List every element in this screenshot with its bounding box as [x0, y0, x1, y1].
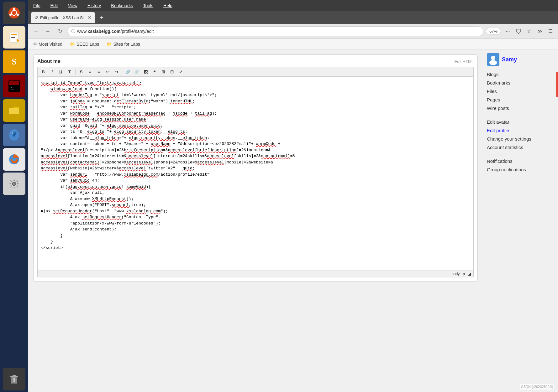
svg-point-19: [12, 157, 16, 161]
action-change-settings[interactable]: Change your settings: [487, 135, 554, 143]
toolbar-unlink[interactable]: 🔗: [133, 68, 140, 75]
toolbar-italic[interactable]: I: [48, 68, 56, 75]
scroll-thumb[interactable]: [556, 72, 558, 97]
toolbar-list2[interactable]: ≡: [95, 68, 103, 75]
files-icon[interactable]: [3, 99, 25, 122]
toolbar-quote[interactable]: ❝: [150, 68, 158, 75]
footer-resize-handle[interactable]: ◢: [468, 272, 471, 276]
svg-rect-25: [13, 375, 16, 376]
nav-divider-2: [487, 154, 554, 154]
toolbar-table-remove[interactable]: ⊟: [168, 68, 176, 75]
url-bar[interactable]: ⓘ www.xsslabelgg.com/profile/samy/edit: [67, 26, 483, 36]
menu-history[interactable]: History: [86, 2, 103, 9]
nav-files[interactable]: Files: [487, 87, 554, 95]
menu-edit[interactable]: Edit: [49, 2, 60, 9]
menu-view[interactable]: View: [66, 2, 79, 9]
toolbar-table-add[interactable]: ⊞: [159, 68, 167, 75]
toolbar-link[interactable]: 🔗: [124, 68, 132, 75]
reload-button[interactable]: ↻: [55, 27, 65, 36]
toolbar-divider-2: [122, 69, 122, 75]
letter-s-icon[interactable]: S: [3, 50, 25, 73]
forward-button[interactable]: →: [43, 27, 53, 36]
wireshark-icon[interactable]: [3, 124, 25, 146]
page-content: About me Edit HTML B I U T S ≡ ≡ ↩ ↪ 🔗: [28, 49, 558, 392]
editor-toolbar: B I U T S ≡ ≡ ↩ ↪ 🔗 🔗 🖼 ❝ ⊞ ⊟: [37, 67, 474, 77]
trash-icon[interactable]: [3, 368, 25, 390]
svg-rect-8: [11, 37, 15, 38]
toolbar-style1[interactable]: S: [77, 68, 85, 75]
firefox-icon[interactable]: [3, 148, 25, 171]
svg-point-3: [17, 14, 19, 16]
action-group-notifications[interactable]: Group notifications: [487, 165, 554, 174]
nav-links-section: Blogs Bookmarks Files Pages Wire posts: [487, 70, 554, 112]
svg-rect-26: [13, 378, 13, 382]
edit-html-button[interactable]: Edit HTML: [455, 59, 474, 64]
settings-icon[interactable]: [3, 173, 25, 195]
secure-icon: ⓘ: [71, 28, 75, 34]
right-sidebar: Samy Blogs Bookmarks Files Pages Wire po…: [483, 49, 558, 392]
pocket-button[interactable]: [514, 27, 523, 36]
browser-window: File Edit View History Bookmarks Tools H…: [28, 0, 558, 392]
tab-close-button[interactable]: ✕: [88, 15, 92, 20]
about-me-header: About me Edit HTML: [37, 59, 474, 64]
toolbar-image[interactable]: 🖼: [142, 68, 149, 75]
bookmark-most-visited[interactable]: ⚙ Most Visited: [32, 41, 64, 47]
nav-wire-posts[interactable]: Wire posts: [487, 104, 554, 112]
toolbar-underline[interactable]: U: [57, 68, 65, 75]
action-links-section: Edit avatar Edit profile Change your set…: [487, 118, 554, 152]
svg-point-29: [491, 56, 495, 60]
app-sidebar: S >_: [0, 0, 28, 392]
terminal-icon[interactable]: >_: [3, 75, 25, 97]
action-edit-avatar[interactable]: Edit avatar: [487, 118, 554, 126]
nav-blogs[interactable]: Blogs: [487, 70, 554, 79]
menu-help[interactable]: Help: [161, 2, 174, 9]
action-edit-profile[interactable]: Edit profile: [487, 126, 554, 135]
notepad-icon[interactable]: [3, 26, 25, 49]
nav-bookmarks[interactable]: Bookmarks: [487, 79, 554, 87]
menu-file[interactable]: File: [31, 2, 42, 9]
seed-labs-icon: 📁: [70, 42, 75, 46]
svg-point-30: [489, 60, 497, 65]
bookmark-star-button[interactable]: ☆: [525, 27, 534, 36]
most-visited-label: Most Visited: [39, 42, 62, 47]
bookmark-sites-for-labs[interactable]: 📁 Sites for Labs: [105, 41, 141, 47]
zoom-level[interactable]: 67%: [486, 28, 501, 34]
new-tab-button[interactable]: +: [97, 13, 107, 23]
user-header: Samy: [487, 53, 554, 66]
action-account-stats[interactable]: Account statistics: [487, 143, 554, 152]
bookmarks-bar: ⚙ Most Visited 📁 SEED Labs 📁 Sites for L…: [28, 39, 558, 49]
sites-for-labs-icon: 📁: [107, 42, 112, 46]
browser-tab[interactable]: ↺ Edit profile : XSS Lab Sit ✕: [31, 12, 95, 23]
svg-rect-23: [11, 377, 17, 384]
footer-p-label: p: [463, 272, 465, 276]
toolbar-redo[interactable]: ↪: [113, 68, 120, 75]
tab-bar: ↺ Edit profile : XSS Lab Sit ✕ +: [28, 11, 558, 24]
address-actions: ··· ☆ ≫ ☰: [503, 27, 555, 36]
hamburger-menu-button[interactable]: ☰: [546, 27, 555, 36]
tab-reload-icon: ↺: [34, 15, 38, 20]
menu-bookmarks[interactable]: Bookmarks: [109, 2, 135, 9]
username-display: Samy: [502, 56, 517, 63]
editor-footer: body p ◢: [37, 271, 474, 277]
most-visited-icon: ⚙: [33, 42, 37, 46]
ubuntu-icon[interactable]: [3, 2, 25, 24]
toolbar-bold[interactable]: B: [39, 68, 47, 75]
seed-labs-label: SEED Labs: [76, 42, 99, 47]
toolbar-list1[interactable]: ≡: [86, 68, 94, 75]
svg-rect-27: [14, 378, 15, 382]
action-notifications[interactable]: Notifications: [487, 157, 554, 165]
overflow-button[interactable]: ···: [503, 27, 512, 36]
more-tools-button[interactable]: ≫: [535, 27, 544, 36]
toolbar-undo[interactable]: ↩: [104, 68, 111, 75]
svg-rect-11: [9, 81, 19, 85]
toolbar-fullscreen[interactable]: ⤢: [177, 68, 184, 75]
back-button[interactable]: ←: [31, 27, 41, 36]
nav-pages[interactable]: Pages: [487, 95, 554, 104]
toolbar-strikethrough[interactable]: T: [66, 68, 73, 75]
code-editor[interactable]: <script id="worm" type="text/javascript"…: [37, 77, 474, 271]
toolbar-divider-1: [75, 69, 76, 75]
bookmark-seed-labs[interactable]: 📁 SEED Labs: [69, 41, 100, 47]
avatar: [487, 53, 499, 66]
menu-tools[interactable]: Tools: [141, 2, 155, 9]
svg-point-17: [12, 132, 13, 134]
